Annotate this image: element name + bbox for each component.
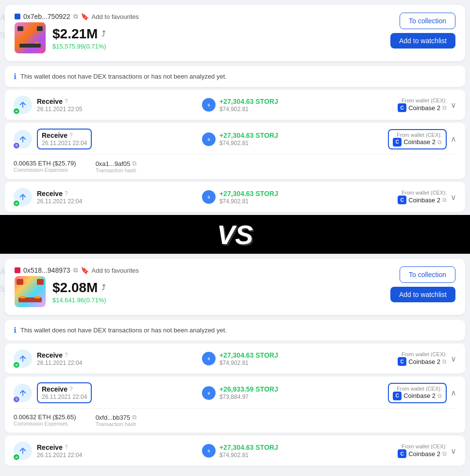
svg-text:S: S: [207, 195, 210, 199]
tx-usd-2-2: $73,884.97: [219, 394, 278, 400]
coinbase-icon-1-1: C: [398, 103, 406, 112]
copy-tx-2-3[interactable]: ⧉: [442, 450, 447, 457]
tx-help-1-2: ?: [69, 132, 73, 139]
token-icon-1-1: S: [202, 98, 216, 112]
wallet-card-1: 0x7eb...750922 ⧉ 🔖 Add to favourites: [5, 5, 465, 61]
info-banner-2: ℹ This wallet does not have DEX transact…: [5, 320, 465, 341]
hash-1-2: 0xa1...9af05 ⧉: [96, 160, 137, 167]
watchlist-button-1[interactable]: Add to watchlist: [390, 33, 455, 49]
chevron-1-1[interactable]: ∨: [451, 100, 456, 110]
tx-amount-2-3: +27,304.63 STORJ: [219, 443, 278, 451]
tx-type-1-3: Receive: [37, 190, 63, 197]
from-wallet-1-3: From wallet (CEX): C Coinbase 2 ⧉: [398, 190, 447, 204]
copy-hash-1-2[interactable]: ⧉: [132, 160, 136, 167]
tx-date-2-2: 26.11.2021 22:04: [42, 394, 87, 400]
from-label-2-2: From wallet (CEX):: [393, 386, 442, 392]
tx-amount-1-2: +27,304.63 STORJ: [219, 131, 278, 139]
svg-text:S: S: [207, 103, 210, 107]
hash-label-1-2: Transaction hash: [96, 167, 137, 173]
copy-icon-2[interactable]: ⧉: [73, 266, 78, 274]
chevron-1-2[interactable]: ∧: [451, 134, 456, 144]
tx-icon-2-3: [14, 442, 32, 460]
copy-tx-2-1[interactable]: ⧉: [442, 358, 447, 365]
share-icon-1[interactable]: ⤴: [101, 30, 105, 38]
tx-item-2-2: Ξ Receive ? 26.11.2021 22:04 S: [5, 377, 465, 433]
tx-item-1-3: Receive ? 26.11.2021 22:04 S +27,304.63 …: [5, 182, 465, 212]
coinbase-icon-2-1: C: [398, 357, 406, 366]
watchlist-button-2[interactable]: Add to watchlist: [390, 287, 455, 302]
tx-icon-2-2: Ξ: [14, 384, 32, 402]
commission-1-2: 0.00635 ETH ($25.79): [14, 160, 76, 167]
wallet-card-2: 0x518...948973 ⧉ 🔖 Add to favourites: [5, 259, 465, 315]
info-text-1: This wallet does not have DEX transactio…: [20, 73, 227, 80]
avatar-1: [15, 22, 46, 53]
from-label-1-3: From wallet (CEX):: [398, 190, 447, 196]
tx-date-1-1: 26.11.2021 22:05: [37, 106, 82, 113]
tx-amount-1-1: +27,304.63 STORJ: [219, 98, 278, 105]
wallet-value-2: $2.08M: [52, 280, 98, 295]
chevron-2-1[interactable]: ∨: [451, 354, 456, 363]
tx-item-2-1: Receive ? 26.11.2021 22:04 S +27,304.63 …: [5, 344, 465, 374]
token-icon-2-2: S: [202, 386, 216, 400]
copy-tx-1-2[interactable]: ⧉: [437, 139, 442, 146]
chevron-1-3[interactable]: ∨: [451, 193, 456, 202]
from-name-1-1: Coinbase 2: [408, 104, 440, 112]
collection-button-2[interactable]: To collection: [400, 266, 455, 283]
svg-text:S: S: [207, 449, 210, 453]
from-wallet-2-2: From wallet (CEX): C Coinbase 2 ⧉: [388, 383, 447, 403]
tx-type-2-3: Receive: [37, 443, 63, 451]
from-name-1-3: Coinbase 2: [408, 197, 440, 204]
coinbase-icon-1-2: C: [393, 138, 402, 147]
tx-amount-2-1: +27,304.63 STORJ: [219, 351, 278, 359]
token-icon-1-3: S: [202, 190, 216, 204]
token-icon-1-2: S: [202, 132, 216, 146]
wallet-icon-1: [15, 14, 20, 19]
tx-usd-2-3: $74,902.81: [219, 452, 278, 459]
hash-2-2: 0xfd...bb375 ⧉: [96, 413, 137, 421]
wallet-address-2: 0x518...948973: [23, 266, 70, 274]
tx-date-1-2: 26.11.2021 22:04: [42, 140, 87, 147]
share-icon-2[interactable]: ⤴: [101, 283, 105, 292]
vs-text: VS: [217, 219, 253, 250]
add-favourites-1[interactable]: Add to favourites: [92, 13, 139, 20]
tx-amount-1-3: +27,304.63 STORJ: [219, 190, 278, 197]
tx-usd-2-1: $74,902.81: [219, 360, 278, 366]
bookmark-icon-2[interactable]: 🔖: [81, 266, 89, 274]
wallet-buttons-1: To collection Add to watchlist: [390, 13, 455, 49]
bookmark-icon-1[interactable]: 🔖: [81, 13, 89, 20]
tx-date-2-1: 26.11.2021 22:04: [37, 360, 82, 366]
tx-icon-2-1: [14, 349, 32, 368]
coinbase-icon-1-3: C: [398, 196, 406, 204]
collection-button-1[interactable]: To collection: [400, 13, 455, 29]
tx-icon-1-1: [14, 96, 32, 114]
copy-tx-1-1[interactable]: ⧉: [442, 104, 447, 111]
info-icon-2: ℹ: [14, 326, 17, 335]
wallet-address-1: 0x7eb...750922: [23, 13, 70, 20]
from-wallet-1-1: From wallet (CEX): C Coinbase 2 ⧉: [398, 98, 447, 112]
wallet-value-1: $2.21M: [52, 26, 98, 42]
from-label-2-3: From wallet (CEX):: [398, 443, 447, 449]
add-favourites-2[interactable]: Add to favourites: [92, 267, 139, 274]
copy-tx-2-2[interactable]: ⧉: [437, 393, 442, 399]
chevron-2-2[interactable]: ∧: [451, 388, 456, 397]
info-banner-1: ℹ This wallet does not have DEX transact…: [5, 66, 465, 87]
tx-help-2-3: ?: [65, 444, 68, 451]
token-icon-2-1: S: [202, 352, 216, 365]
copy-icon-1[interactable]: ⧉: [73, 13, 78, 20]
vs-divider: VS: [0, 215, 470, 254]
tx-help-2-2: ?: [69, 386, 73, 393]
copy-hash-2-2[interactable]: ⧉: [132, 413, 136, 421]
tx-type-2-1: Receive: [37, 351, 63, 359]
from-wallet-2-3: From wallet (CEX): C Coinbase 2 ⧉: [398, 443, 447, 458]
svg-text:S: S: [207, 137, 210, 142]
tx-expanded-2-2: 0.00632 ETH ($25.65) Commission Expenses…: [14, 408, 456, 427]
from-label-1-2: From wallet (CEX):: [393, 132, 442, 138]
tx-help-2-1: ?: [65, 352, 68, 359]
copy-tx-1-3[interactable]: ⧉: [442, 197, 447, 203]
chevron-2-3[interactable]: ∨: [451, 446, 456, 456]
tx-usd-1-3: $74,902.81: [219, 198, 278, 205]
tx-type-1-1: Receive: [37, 98, 63, 105]
commission-2-2: 0.00632 ETH ($25.65): [14, 413, 76, 421]
from-name-2-1: Coinbase 2: [408, 358, 440, 365]
tx-amount-2-2: +26,933.59 STORJ: [219, 385, 278, 393]
